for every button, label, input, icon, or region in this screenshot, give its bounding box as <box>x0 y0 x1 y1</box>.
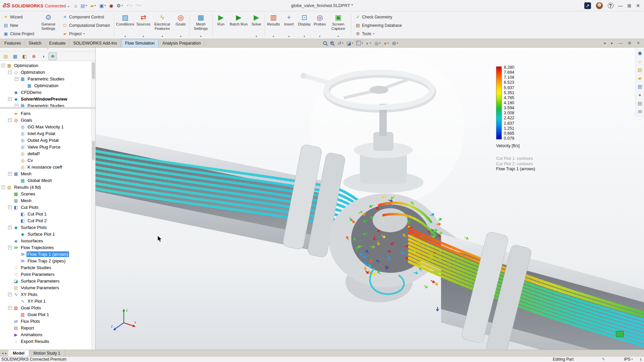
tree-item-gg-max-velocity-1[interactable]: ◎GG Max Velocity 1 <box>0 123 95 130</box>
tree-item-flow-trajs-1-arrows[interactable]: ≫Flow Trajs 1 (arrows) <box>0 251 95 257</box>
home-button[interactable]: ⌂ <box>73 2 78 9</box>
ribbon-mesh-settings-button[interactable]: ▦Mesh Settings▾ <box>190 12 212 39</box>
tab-flow-simulation[interactable]: Flow Simulation <box>121 39 159 47</box>
tree-item-flow-trajectories[interactable]: −≫Flow Trajectories <box>0 244 95 251</box>
tree-item-particle-studies[interactable]: ∴Particle Studies <box>0 264 95 271</box>
tree-item-global-mesh[interactable]: ▦Global Mesh <box>0 177 95 184</box>
tree-item-goal-plots[interactable]: −▥Goal Plots <box>0 304 95 311</box>
tree-item-fans[interactable]: ▰Fans <box>0 110 95 117</box>
tree-item-surface-plot-1[interactable]: ◆Surface Plot 1 <box>0 231 95 237</box>
ribbon-wizard-button[interactable]: ✦Wizard <box>1 14 36 20</box>
tree-expander[interactable]: − <box>8 226 12 229</box>
dropdown-caret-icon[interactable]: ▾ <box>162 35 163 38</box>
ribbon-screen-capture-button[interactable]: ▣Screen Capture▾ <box>327 12 349 39</box>
ribbon-run-button[interactable]: ▶Run <box>213 12 229 39</box>
dropdown-caret-icon[interactable]: ▾ <box>143 35 144 38</box>
dropdown-caret-icon[interactable]: ▾ <box>256 35 257 38</box>
tree-expander[interactable]: − <box>15 104 18 108</box>
ribbon-conditions-button[interactable]: ▨Conditions▾ <box>115 12 135 39</box>
tree-item-solverwindowpreview[interactable]: −◆SolverWindowPreview <box>0 96 95 102</box>
tab-sketch[interactable]: Sketch <box>25 39 45 47</box>
bottom-tab-model[interactable]: Model <box>8 350 29 356</box>
open-document-button[interactable]: ▰▾ <box>89 2 97 9</box>
ribbon-probes-button[interactable]: ◎Probes▾ <box>312 12 327 39</box>
ribbon-sources-button[interactable]: ⇄Sources▾ <box>135 12 151 39</box>
configuration-manager-tab[interactable]: ◧ <box>20 52 29 60</box>
dropdown-caret-icon[interactable]: ▾ <box>304 35 305 38</box>
taskpane-file-explorer-button[interactable]: ▰ <box>638 75 642 81</box>
doc-close-button[interactable]: ✕ <box>636 40 641 46</box>
ribbon-clone-project-button[interactable]: ▣Clone Project <box>1 31 36 37</box>
ribbon-computational-domain-button[interactable]: □Computational Domain <box>60 22 112 28</box>
ribbon-solve-button[interactable]: ▶Solve▾ <box>249 12 264 39</box>
tree-item-cut-plot-2[interactable]: ◧Cut Plot 2 <box>0 217 95 224</box>
lower-tree-scrollbar[interactable] <box>91 109 95 350</box>
zoom-area-button[interactable] <box>329 41 335 46</box>
close-button[interactable]: ✕ <box>635 2 641 9</box>
redo-button[interactable]: ↷▾ <box>134 2 143 9</box>
units-selector[interactable]: IPS ▾ <box>624 357 633 362</box>
doc-minimize-button[interactable]: — <box>618 40 624 46</box>
avatar-button[interactable] <box>594 1 604 10</box>
tree-item-cut-plots[interactable]: −◧Cut Plots <box>0 204 95 210</box>
3dexperience-button[interactable]: ◉ <box>108 2 114 9</box>
ribbon-new-button[interactable]: ▤New <box>1 22 36 28</box>
tree-item-animations[interactable]: ▶Animations <box>0 331 95 338</box>
tree-expander[interactable]: − <box>8 172 12 176</box>
tree-expander[interactable]: − <box>1 64 5 67</box>
tree-item-results-4-fld[interactable]: −▥Results (4.fld) <box>0 184 95 190</box>
flow-simulation-tab[interactable]: ❖ <box>48 52 57 60</box>
tree-item-isosurfaces[interactable]: ◈Isosurfaces <box>0 237 95 244</box>
ribbon-check-geometry-button[interactable]: ✓Check Geometry <box>353 14 404 20</box>
zoom-fit-button[interactable] <box>322 41 328 46</box>
taskpane-forum-button[interactable]: ✉ <box>638 109 642 115</box>
display-style-button[interactable]: ◐▾ <box>365 40 372 46</box>
minimize-button[interactable]: — <box>617 2 624 9</box>
tree-expander[interactable]: − <box>8 97 12 101</box>
tree-item-parametric-studies[interactable]: −▦Parametric Studies <box>0 75 95 82</box>
dropdown-caret-icon[interactable]: ▾ <box>200 35 202 38</box>
tree-item-surface-plots[interactable]: −◆Surface Plots <box>0 224 95 231</box>
ribbon-results-button[interactable]: ▥Results▾ <box>266 12 281 39</box>
tree-item-surface-parameters[interactable]: ◪Surface Parameters <box>0 278 95 284</box>
ribbon-project-button[interactable]: ▰Project▾ <box>60 31 112 37</box>
taskpane-view-palette-button[interactable]: ▥ <box>638 83 642 89</box>
tree-item-goals[interactable]: −◎Goals <box>0 117 95 123</box>
upper-tree-scrollbar[interactable] <box>91 61 95 107</box>
pane-left-button[interactable]: ◂ <box>602 40 607 46</box>
ribbon-general-settings-button[interactable]: ⚙General Settings <box>38 12 59 39</box>
tree-expander[interactable]: − <box>8 118 12 122</box>
share-button[interactable]: ↗ <box>583 1 592 10</box>
tree-item-deltap[interactable]: ◎deltaP <box>0 150 95 157</box>
tree-item-scenes[interactable]: ▩Scenes <box>0 190 95 197</box>
tree-expander[interactable]: − <box>8 293 12 296</box>
tree-item-xy-plots[interactable]: −∿XY Plots <box>0 291 95 298</box>
tab-evaluate[interactable]: Evaluate <box>46 39 70 47</box>
taskpane-design-library-button[interactable]: ▤ <box>638 67 642 73</box>
ribbon-batch-run-button[interactable]: ▶Batch Run <box>229 12 249 39</box>
tab-solidworks-add-ins[interactable]: SOLIDWORKS Add-Ins <box>69 39 121 47</box>
ribbon-electrical-features-button[interactable]: ϟElectrical Features▾ <box>152 12 173 39</box>
tree-item-volume-parameters[interactable]: ▥Volume Parameters <box>0 284 95 291</box>
tree-item-mesh[interactable]: ▦Mesh <box>0 197 95 204</box>
tree-item-cut-plot-1[interactable]: ◧Cut Plot 1 <box>0 210 95 217</box>
tree-expander[interactable]: − <box>8 306 12 310</box>
pane-right-button[interactable]: ▸ <box>610 40 614 46</box>
tabs-scroll-right-icon[interactable]: ▸ <box>5 351 7 355</box>
tree-item-optimization[interactable]: −▦Optimization <box>0 62 95 69</box>
view-settings-button[interactable]: ⊞▾ <box>391 40 399 46</box>
ribbon-engineering-database-button[interactable]: ▤Engineering Database <box>353 22 404 28</box>
tree-item-flux-plots[interactable]: ⇄Flux Plots <box>0 318 95 324</box>
tree-item-k-resistance-coeff[interactable]: ◎K resistance coeff <box>0 164 95 170</box>
save-button[interactable]: ▣▾ <box>98 2 107 9</box>
tree-expander[interactable]: − <box>1 185 5 189</box>
tree-item-optimization[interactable]: −◇Optimization <box>0 69 95 75</box>
tree-item-flow-trajs-2-pipes[interactable]: ≫Flow Trajs 2 (pipes) <box>0 257 95 264</box>
tree-expander[interactable]: − <box>8 205 12 209</box>
view-orientation-button[interactable]: ▾ <box>355 40 364 46</box>
tab-features[interactable]: Features <box>1 39 25 47</box>
tree-item-report[interactable]: ▤Report <box>0 324 95 331</box>
tree-item-outlet-avg-pstat[interactable]: ◎Outlet Avg Pstat <box>0 137 95 143</box>
tree-item-parametric-studies[interactable]: −▦Parametric Studies <box>0 102 95 107</box>
tabs-scroll-left-icon[interactable]: ◂ <box>2 351 3 355</box>
